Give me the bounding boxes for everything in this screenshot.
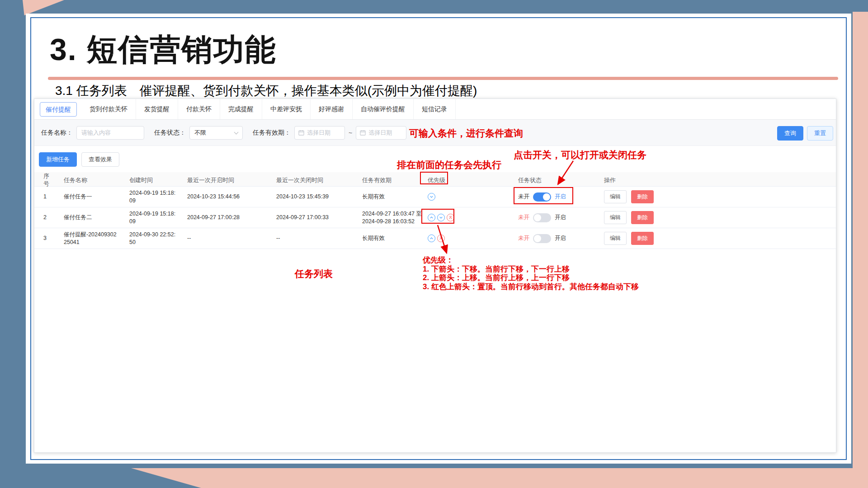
delete-button[interactable]: 删除 (631, 211, 654, 224)
move-down-icon[interactable] (437, 214, 445, 221)
end-date-input[interactable]: 选择日期 (356, 126, 406, 140)
section-subtitle: 3.1 任务列表 催评提醒、货到付款关怀，操作基本类似(示例中为催付提醒) (55, 82, 477, 99)
query-button[interactable]: 查询 (777, 126, 803, 141)
task-status-selected-value: 不限 (194, 129, 206, 137)
tab-sms-record[interactable]: 短信记录 (414, 99, 456, 119)
toggle-knob (534, 214, 541, 221)
add-task-button[interactable]: 新增任务 (39, 152, 77, 167)
header-seq: 序号 (34, 172, 55, 188)
tab-auto-review-reminder[interactable]: 自动催评价提醒 (353, 99, 414, 119)
cell-task-name: 催付任务一 (55, 193, 120, 201)
table-row: 2 催付任务二 2024-09-19 15:18:09 2024-09-27 1… (34, 207, 836, 228)
task-table: 序号 任务名称 创建时间 最近一次开启时间 最近一次关闭时间 任务有效期 优先级… (34, 172, 836, 249)
task-status-toggle[interactable] (533, 213, 551, 222)
header-task-name: 任务名称 (55, 176, 120, 184)
priority-legend-line: 2. 上箭头：上移。当前行上移，上一行下移 (423, 273, 639, 282)
calendar-icon (298, 130, 304, 136)
tab-shipping-reminder[interactable]: 发货提醒 (136, 99, 178, 119)
header-created: 创建时间 (120, 176, 178, 184)
table-header-row: 序号 任务名称 创建时间 最近一次开启时间 最近一次关闭时间 任务有效期 优先级… (34, 172, 836, 187)
delete-button[interactable]: 删除 (631, 190, 654, 203)
cell-status: 未开 开启 (509, 234, 595, 243)
cell-created: 2024-09-19 15:18:09 (120, 189, 178, 205)
page-title: 3. 短信营销功能 (50, 33, 277, 66)
tab-cod-care[interactable]: 货到付款关怀 (81, 99, 136, 119)
task-status-select[interactable]: 不限 (189, 126, 243, 140)
table-row: 1 催付任务一 2024-09-19 15:18:09 2024-10-23 1… (34, 187, 836, 207)
edit-button[interactable]: 编辑 (604, 232, 627, 245)
cell-created: 2024-09-19 15:18:09 (120, 210, 178, 225)
priority-order-hint-annotation: 排在前面的任务会先执行 (397, 159, 501, 171)
edit-button[interactable]: 编辑 (604, 211, 627, 224)
cell-last-open: 2024-10-23 15:44:56 (178, 193, 267, 201)
task-status-toggle[interactable] (533, 234, 551, 243)
header-last-close: 最近一次关闭时间 (267, 176, 353, 184)
decor-salmon-top-left (23, 0, 64, 15)
cell-last-close: 2024-10-23 15:45:39 (267, 193, 353, 201)
priority-legend-title: 优先级： (423, 256, 639, 265)
cell-seq: 1 (34, 193, 55, 201)
cell-last-close: -- (267, 235, 353, 242)
cell-priority (419, 214, 509, 221)
cell-validity: 长期有效 (353, 235, 419, 242)
tab-bad-review-soothe[interactable]: 中差评安抚 (262, 99, 311, 119)
cell-task-name: 催付任务二 (55, 214, 120, 221)
move-up-icon[interactable] (428, 235, 435, 242)
edit-button[interactable]: 编辑 (604, 190, 627, 203)
toggle-knob (543, 193, 550, 201)
move-top-icon[interactable] (437, 235, 445, 242)
tab-good-review-thanks[interactable]: 好评感谢 (311, 99, 353, 119)
header-actions: 操作 (595, 176, 836, 184)
move-up-icon[interactable] (428, 214, 435, 221)
decor-salmon-bottom-strip (131, 468, 868, 488)
start-date-placeholder: 选择日期 (307, 129, 330, 137)
status-on-label: 开启 (555, 235, 566, 242)
view-effect-button[interactable]: 查看效果 (81, 152, 119, 167)
start-date-input[interactable]: 选择日期 (294, 126, 345, 140)
header-status: 任务状态 (509, 176, 595, 184)
cell-validity: 2024-09-27 16:03:47 至 2024-09-28 16:03:5… (353, 210, 419, 225)
header-priority: 优先级 (419, 176, 509, 184)
priority-legend-line: 3. 红色上箭头：置顶。当前行移动到首行。其他任务都自动下移 (423, 282, 639, 291)
status-on-label: 开启 (555, 193, 566, 201)
table-label-annotation: 任务列表 (295, 267, 333, 280)
task-name-label: 任务名称： (41, 129, 73, 137)
cell-task-name: 催付提醒-20240930225041 (55, 231, 120, 246)
cell-last-open: 2024-09-27 17:00:28 (178, 214, 267, 221)
decor-salmon-right-strip (853, 12, 868, 488)
tab-payment-care[interactable]: 付款关怀 (178, 99, 220, 119)
move-down-icon[interactable] (428, 193, 435, 201)
move-top-icon[interactable] (447, 214, 454, 221)
header-last-open: 最近一次开启时间 (178, 176, 267, 184)
cell-created: 2024-09-30 22:52:50 (120, 231, 178, 246)
toggle-hint-annotation: 点击开关，可以打开或关闭任务 (514, 149, 646, 161)
reset-button[interactable]: 重置 (807, 126, 833, 141)
cell-actions: 编辑 删除 (595, 190, 836, 203)
cell-seq: 3 (34, 235, 55, 242)
status-off-label: 未开 (518, 214, 529, 221)
cell-last-close: 2024-09-27 17:00:33 (267, 214, 353, 221)
task-status-toggle[interactable] (533, 192, 551, 202)
cell-actions: 编辑 删除 (595, 211, 836, 224)
table-row: 3 催付提醒-20240930225041 2024-09-30 22:52:5… (34, 228, 836, 249)
tab-payment-reminder[interactable]: 催付提醒 (40, 102, 77, 117)
status-off-label: 未开 (518, 235, 529, 242)
calendar-icon (360, 130, 366, 136)
status-off-label: 未开 (518, 193, 529, 201)
cell-seq: 2 (34, 214, 55, 221)
cell-last-open: -- (178, 235, 267, 242)
chevron-down-icon (234, 130, 239, 134)
cell-priority (419, 235, 509, 242)
delete-button[interactable]: 删除 (631, 232, 654, 245)
priority-legend-line: 1. 下箭头：下移。当前行下移，下一行上移 (423, 265, 639, 274)
date-range-separator: ~ (349, 129, 352, 136)
cell-status: 未开 开启 (509, 192, 595, 202)
tab-completion-reminder[interactable]: 完成提醒 (220, 99, 262, 119)
status-on-label: 开启 (555, 214, 566, 221)
header-validity: 任务有效期 (353, 176, 419, 184)
cell-validity: 长期有效 (353, 193, 419, 201)
end-date-placeholder: 选择日期 (368, 129, 392, 137)
task-name-input[interactable] (76, 126, 144, 140)
filter-hint-annotation: 可输入条件，进行条件查询 (409, 127, 523, 140)
cell-actions: 编辑 删除 (595, 232, 836, 245)
